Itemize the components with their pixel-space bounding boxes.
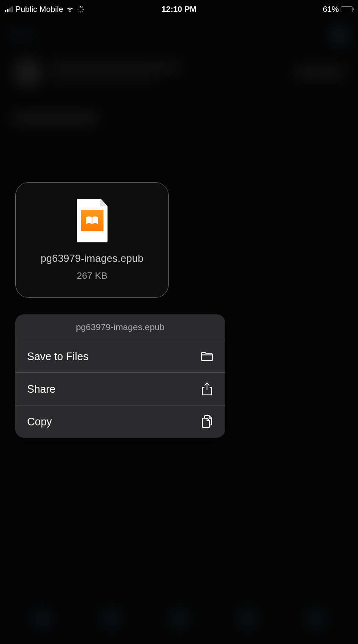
battery-icon: [341, 6, 353, 12]
activity-spinner-icon: [77, 6, 84, 13]
ibooks-glyph-icon: [81, 210, 103, 231]
file-name-label: pg63979-images.epub: [41, 253, 144, 264]
status-bar: Public Mobile: [0, 0, 358, 19]
carrier-label: Public Mobile: [15, 5, 63, 14]
menu-item-save-to-files[interactable]: Save to Files: [15, 340, 225, 373]
svg-line-5: [78, 11, 79, 12]
menu-item-label: Copy: [27, 416, 52, 428]
file-size-label: 267 KB: [77, 270, 107, 281]
battery-percent: 61%: [323, 5, 339, 14]
menu-item-share[interactable]: Share: [15, 373, 225, 405]
context-menu-header: pg63979-images.epub: [15, 314, 225, 340]
share-icon: [201, 383, 213, 395]
menu-item-copy[interactable]: Copy: [15, 405, 225, 438]
file-preview-card[interactable]: pg63979-images.epub 267 KB: [15, 182, 169, 298]
context-menu: pg63979-images.epub Save to Files Share …: [15, 314, 225, 438]
svg-line-1: [82, 7, 83, 8]
svg-line-7: [78, 7, 79, 8]
epub-file-icon: [77, 199, 108, 242]
cellular-signal-icon: [5, 6, 13, 12]
svg-line-3: [82, 11, 83, 12]
menu-item-label: Save to Files: [27, 350, 89, 363]
menu-item-label: Share: [27, 383, 56, 395]
duplicate-icon: [201, 415, 213, 428]
wifi-icon: [66, 6, 74, 13]
status-time: 12:10 PM: [162, 5, 196, 14]
folder-icon: [201, 350, 213, 363]
